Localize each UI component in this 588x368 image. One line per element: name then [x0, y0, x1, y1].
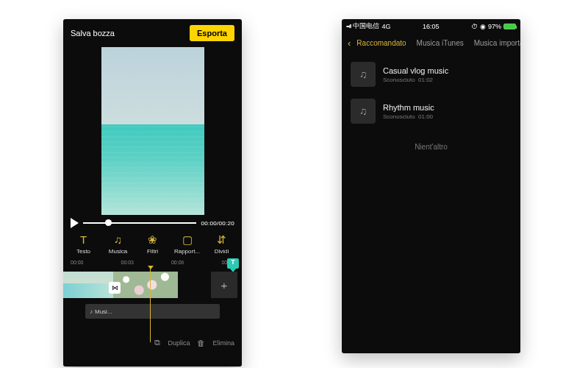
- lock-icon: ◉: [480, 23, 486, 30]
- tool-row: T Testo ♫ Musica ❀ Filtri ▢ Rapport... ⇵…: [63, 230, 242, 258]
- filters-icon: ❀: [135, 233, 170, 247]
- playback-row: 00:00/00:20: [63, 215, 242, 230]
- timeline-ticks: 00:00 00:03 00:06 00:09: [63, 258, 242, 266]
- tool-ratio[interactable]: ▢ Rapport...: [170, 233, 204, 255]
- tab-recommended[interactable]: Raccomandato: [356, 39, 406, 47]
- transition-button[interactable]: ⋈: [109, 282, 121, 294]
- music-tabs: ‹ Raccomandato Musica iTunes Musica impo…: [342, 33, 520, 53]
- duplicate-icon[interactable]: ⧉: [154, 338, 160, 347]
- tick: 00:00: [71, 260, 84, 265]
- clip-row: + ⋈: [63, 272, 242, 298]
- tool-music[interactable]: ♫ Musica: [101, 233, 135, 255]
- list-end-label: Nient'altro: [342, 143, 520, 151]
- text-icon: T: [66, 233, 101, 247]
- music-track-label: Musi...: [95, 308, 112, 315]
- clip-2[interactable]: [113, 272, 178, 298]
- split-icon: ⇵: [204, 233, 239, 247]
- music-subtitle: Sconosciuto 01:02: [383, 77, 448, 83]
- battery-icon: [503, 24, 516, 29]
- music-subtitle: Sconosciuto 01:00: [383, 113, 434, 120]
- tool-label: Filtri: [135, 248, 170, 255]
- status-bar: ••ıll 中国电信 4G 16:05 ⏱ ◉ 97%: [342, 19, 520, 33]
- playhead[interactable]: [150, 266, 151, 342]
- scrub-handle[interactable]: [105, 219, 112, 226]
- clock: 16:05: [423, 23, 440, 30]
- tool-label: Testo: [66, 248, 101, 255]
- music-cover-icon: ♫: [351, 99, 376, 124]
- music-icon: ♫: [101, 233, 135, 247]
- back-icon[interactable]: ‹: [348, 38, 351, 49]
- editor-topbar: Salva bozza Esporta: [63, 19, 242, 47]
- play-icon[interactable]: [71, 218, 79, 228]
- tick: 00:06: [171, 260, 184, 265]
- time-display: 00:00/00:20: [201, 220, 234, 227]
- tool-text[interactable]: T Testo: [66, 233, 101, 255]
- clip-1[interactable]: [63, 272, 113, 298]
- music-title: Rhythm music: [383, 103, 434, 112]
- tick: 00:03: [121, 260, 134, 265]
- export-button[interactable]: Esporta: [190, 25, 234, 41]
- scrub-bar[interactable]: [83, 222, 196, 224]
- video-preview[interactable]: [101, 47, 204, 215]
- tool-label: Rapport...: [170, 248, 204, 255]
- tab-itunes[interactable]: Musica iTunes: [417, 39, 464, 47]
- music-picker-screen: ••ıll 中国电信 4G 16:05 ⏱ ◉ 97% ‹ Raccomanda…: [342, 19, 520, 353]
- tool-filters[interactable]: ❀ Filtri: [135, 233, 170, 255]
- tab-imported[interactable]: Musica importata: [474, 39, 520, 47]
- music-note-icon: ♪: [90, 308, 93, 315]
- music-track[interactable]: ♪ Musi...: [85, 304, 220, 319]
- ratio-icon: ▢: [170, 233, 204, 247]
- alarm-icon: ⏱: [471, 23, 478, 30]
- tool-label: Dividi: [204, 248, 239, 255]
- carrier-label: 中国电信: [353, 21, 379, 31]
- network-label: 4G: [381, 23, 390, 30]
- tool-split[interactable]: ⇵ Dividi: [204, 233, 239, 255]
- bottom-bar: ⧉ Duplica 🗑 Elimina: [63, 319, 242, 352]
- tool-label: Musica: [101, 248, 135, 255]
- save-draft-button[interactable]: Salva bozza: [71, 29, 115, 38]
- signal-icon: ••ıll: [346, 23, 351, 29]
- video-editor-screen: Salva bozza Esporta 00:00/00:20 T Testo …: [63, 19, 242, 367]
- music-list: ♫ Casual vlog music Sconosciuto 01:02 ♫ …: [342, 53, 520, 132]
- music-title: Casual vlog music: [383, 66, 448, 75]
- add-clip-button[interactable]: +: [211, 272, 237, 298]
- trash-icon[interactable]: 🗑: [197, 339, 205, 347]
- timeline[interactable]: T + ⋈: [63, 267, 242, 302]
- music-cover-icon: ♫: [351, 62, 376, 87]
- preview-sky: [101, 47, 204, 124]
- music-item[interactable]: ♫ Casual vlog music Sconosciuto 01:02: [342, 56, 520, 93]
- delete-button[interactable]: Elimina: [212, 339, 234, 347]
- duplicate-button[interactable]: Duplica: [168, 339, 190, 347]
- text-marker[interactable]: T: [227, 258, 239, 269]
- music-item[interactable]: ♫ Rhythm music Sconosciuto 01:00: [342, 93, 520, 130]
- preview-sea: [101, 124, 204, 215]
- text-marker-label: T: [227, 258, 239, 266]
- battery-label: 97%: [488, 23, 501, 30]
